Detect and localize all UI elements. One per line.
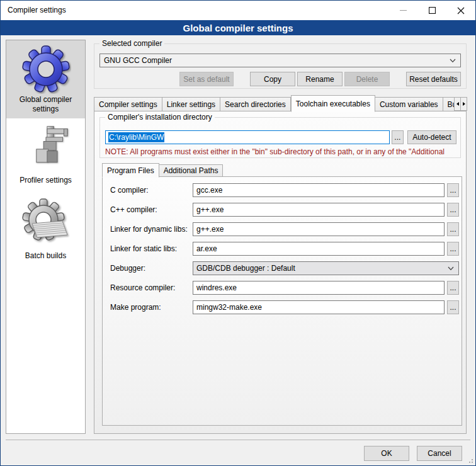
tab-additional-paths[interactable]: Additional Paths xyxy=(159,164,224,177)
selected-text: C:\raylib\MinGW xyxy=(108,132,164,142)
maximize-button[interactable] xyxy=(417,1,446,20)
page-title: Global compiler settings xyxy=(183,23,293,33)
field-label: C compiler: xyxy=(110,186,149,195)
debugger-select[interactable]: GDB/CDB debugger : Default xyxy=(193,261,459,275)
settings-category-list: Global compiler settings xyxy=(6,40,86,434)
linker-static-input[interactable]: ar.exe xyxy=(193,242,445,256)
browse-button[interactable]: ... xyxy=(447,183,459,197)
c-compiler-input[interactable]: gcc.exe xyxy=(193,183,445,197)
field-label: Make program: xyxy=(110,303,161,312)
installation-directory-input[interactable]: C:\raylib\MinGW xyxy=(105,130,390,144)
window-title: Compiler settings xyxy=(8,6,66,14)
gray-gear-stack-icon xyxy=(19,195,73,250)
browse-button[interactable]: ... xyxy=(447,281,459,295)
field-label: Resource compiler: xyxy=(110,283,175,292)
tab-compiler-settings[interactable]: Compiler settings xyxy=(94,97,162,111)
tab-linker-settings[interactable]: Linker settings xyxy=(162,97,220,111)
toolchain-executables-panel: Compiler's installation directory C:\ray… xyxy=(94,111,467,434)
blue-gear-icon xyxy=(19,43,73,94)
resource-compiler-input[interactable]: windres.exe xyxy=(193,281,445,295)
field-row: Linker for static libs: ar.exe ... xyxy=(103,242,458,256)
copy-button[interactable]: Copy xyxy=(250,72,295,86)
field-row: Linker for dynamic libs: g++.exe ... xyxy=(103,222,458,236)
dialog-header: Global compiler settings xyxy=(1,20,475,35)
sidebar-item-label: Batch builds xyxy=(23,250,69,266)
program-files-panel: C compiler: gcc.exe ... C++ compiler: g+… xyxy=(102,176,462,426)
close-button[interactable] xyxy=(446,1,475,20)
field-label: Debugger: xyxy=(110,264,145,273)
left-arrow-icon xyxy=(456,102,459,106)
footer-divider xyxy=(6,440,470,440)
make-program-input[interactable]: mingw32-make.exe xyxy=(193,300,445,314)
compiler-select[interactable]: GNU GCC Compiler xyxy=(99,54,461,67)
auto-detect-button[interactable]: Auto-detect xyxy=(407,130,456,144)
field-label: C++ compiler: xyxy=(110,205,157,214)
cpp-compiler-input[interactable]: g++.exe xyxy=(193,203,445,217)
title-bar[interactable]: Compiler settings xyxy=(1,1,475,20)
set-as-default-button[interactable]: Set as default xyxy=(179,72,234,86)
field-row: C++ compiler: g++.exe ... xyxy=(103,203,458,217)
minimize-icon xyxy=(400,7,407,14)
browse-directory-button[interactable]: ... xyxy=(392,130,404,144)
rename-button[interactable]: Rename xyxy=(297,72,343,86)
group-legend: Selected compiler xyxy=(99,39,164,48)
right-arrow-icon xyxy=(463,102,465,106)
sidebar-item-global-compiler-settings[interactable]: Global compiler settings xyxy=(6,40,85,118)
linker-dynamic-input[interactable]: g++.exe xyxy=(193,222,445,236)
installation-directory-group: Compiler's installation directory C:\ray… xyxy=(99,117,461,158)
tab-custom-variables[interactable]: Custom variables xyxy=(375,97,443,111)
maximize-icon xyxy=(429,7,436,14)
tab-scroll-right-button[interactable] xyxy=(460,97,467,111)
sidebar-item-profiler-settings[interactable]: Profiler settings xyxy=(6,118,85,191)
field-row: Debugger: GDB/CDB debugger : Default xyxy=(103,261,458,275)
resize-grip[interactable] xyxy=(467,457,473,463)
sidebar-item-batch-builds[interactable]: Batch builds xyxy=(6,191,85,273)
tab-toolchain-executables[interactable]: Toolchain executables xyxy=(291,95,375,112)
ok-button[interactable]: OK xyxy=(364,446,409,461)
browse-button[interactable]: ... xyxy=(447,242,459,256)
field-label: Linker for static libs: xyxy=(110,244,177,253)
field-row: Resource compiler: windres.exe ... xyxy=(103,281,458,295)
caliper-icon xyxy=(19,122,73,174)
field-row: Make program: mingw32-make.exe ... xyxy=(103,300,458,314)
minimize-button[interactable] xyxy=(388,1,417,20)
browse-button[interactable]: ... xyxy=(447,300,459,314)
sidebar-item-label: Global compiler settings xyxy=(6,94,85,119)
field-label: Linker for dynamic libs: xyxy=(110,225,188,234)
compiler-select-value: GNU GCC Compiler xyxy=(104,56,172,65)
selected-compiler-group: Selected compiler GNU GCC Compiler Set a… xyxy=(94,43,467,89)
tab-program-files[interactable]: Program Files xyxy=(102,163,159,178)
close-icon xyxy=(457,7,465,14)
chevron-down-icon xyxy=(450,59,456,63)
compiler-settings-dialog: Compiler settings Global compiler settin… xyxy=(0,0,476,466)
cancel-button[interactable]: Cancel xyxy=(417,446,462,461)
note-text: NOTE: All programs must exist either in … xyxy=(105,147,460,156)
group-legend: Compiler's installation directory xyxy=(105,113,215,122)
delete-button[interactable]: Delete xyxy=(344,72,390,86)
chevron-down-icon xyxy=(448,266,454,271)
browse-button[interactable]: ... xyxy=(447,203,459,217)
browse-button[interactable]: ... xyxy=(447,222,459,236)
program-tabs: Program Files Additional Paths xyxy=(102,162,223,177)
field-row: C compiler: gcc.exe ... xyxy=(103,183,458,197)
compiler-tabs: Compiler settings Linker settings Search… xyxy=(94,94,467,111)
tab-search-directories[interactable]: Search directories xyxy=(220,97,291,111)
sidebar-item-label: Profiler settings xyxy=(17,174,74,190)
reset-defaults-button[interactable]: Reset defaults xyxy=(406,72,461,86)
